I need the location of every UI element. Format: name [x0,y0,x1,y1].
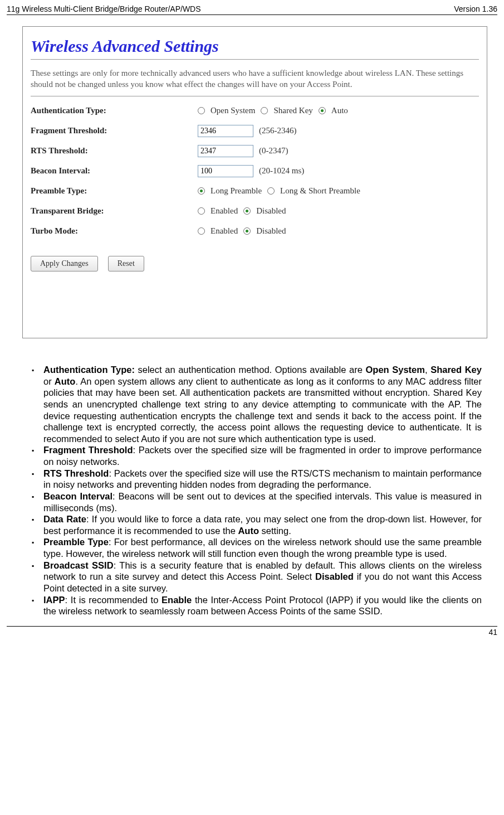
bullet-icon: ▪ [22,444,43,467]
radio-long-preamble[interactable] [198,187,205,195]
row-fragment: Fragment Threshold: (256-2346) [31,122,479,140]
radio-turbo-disabled[interactable] [243,227,251,235]
lead-preamble: Preamble Type [43,537,109,547]
radio-tbridge-enabled[interactable] [198,207,205,215]
input-rts[interactable] [198,145,253,157]
opt-turbo-enabled: Enabled [211,226,238,236]
row-rts: RTS Threshold: (0-2347) [31,142,479,160]
radio-auto[interactable] [319,107,326,114]
bullet-preamble: ▪ Preamble Type: For best performance, a… [22,536,482,559]
row-turbo: Turbo Mode: Enabled Disabled [31,222,479,240]
hint-fragment: (256-2346) [259,126,297,135]
opt-long-preamble: Long Preamble [211,186,262,196]
label-auth-type: Authentication Type: [31,106,198,115]
bullet-icon: ▪ [22,513,43,536]
lead-frag: Fragment Threshold [43,445,133,455]
row-preamble: Preamble Type: Long Preamble Long & Shor… [31,182,479,200]
label-beacon: Beacon Interval: [31,166,198,176]
lead-bcast: Broadcast SSID [43,560,114,570]
lead-rate: Data Rate [43,514,86,524]
radio-tbridge-disabled[interactable] [243,207,251,215]
opt-long-short-preamble: Long & Short Preamble [280,186,360,196]
opt-shared-key: Shared Key [273,106,312,115]
row-transparent-bridge: Transparent Bridge: Enabled Disabled [31,202,479,220]
lead-iapp: IAPP [43,595,65,605]
reset-button[interactable]: Reset [108,256,144,271]
bullet-icon: ▪ [22,594,43,617]
bullet-rts: ▪ RTS Threshold: Packets over the specif… [22,468,482,491]
input-fragment[interactable] [198,125,253,137]
bullet-icon: ▪ [22,364,43,444]
settings-screenshot: Wireless Advanced Settings These setting… [22,26,487,338]
label-tbridge: Transparent Bridge: [31,206,198,216]
radio-shared-key[interactable] [261,107,268,114]
input-beacon[interactable] [198,165,253,177]
opt-turbo-disabled: Disabled [256,226,286,236]
description-list: ▪ Authentication Type: select an authent… [22,364,482,617]
bullet-icon: ▪ [22,560,43,594]
bullet-iapp: ▪ IAPP: It is recommended to Enable the … [22,594,482,617]
hint-beacon: (20-1024 ms) [259,166,304,176]
bullet-auth: ▪ Authentication Type: select an authent… [22,364,482,444]
bullet-icon: ▪ [22,536,43,559]
lead-rts: RTS Threshold [43,468,109,478]
label-turbo: Turbo Mode: [31,226,198,236]
page-header: 11g Wireless Multi-Client Bridge/Bridge … [7,4,497,15]
radio-open-system[interactable] [198,107,205,114]
row-auth-type: Authentication Type: Open System Shared … [31,102,479,120]
opt-tbridge-enabled: Enabled [211,206,238,216]
bullet-beacon: ▪ Beacon Interval: Beacons will be sent … [22,491,482,513]
bullet-bcast: ▪ Broadcast SSID: This is a security fea… [22,560,482,594]
page-number: 41 [7,626,497,637]
screenshot-description: These settings are only for more technic… [31,67,479,96]
radio-turbo-enabled[interactable] [198,227,205,235]
radio-long-short-preamble[interactable] [267,187,275,195]
bullet-frag: ▪ Fragment Threshold: Packets over the s… [22,444,482,467]
label-rts: RTS Threshold: [31,146,198,156]
label-preamble: Preamble Type: [31,186,198,196]
lead-auth: Authentication Type: [43,365,135,375]
row-beacon: Beacon Interval: (20-1024 ms) [31,162,479,180]
opt-open-system: Open System [211,106,255,115]
header-left: 11g Wireless Multi-Client Bridge/Bridge … [7,4,201,13]
opt-tbridge-disabled: Disabled [256,206,286,216]
bullet-icon: ▪ [22,468,43,491]
screenshot-title: Wireless Advanced Settings [31,35,479,60]
page: 11g Wireless Multi-Client Bridge/Bridge … [0,0,504,643]
label-fragment: Fragment Threshold: [31,126,198,135]
bullet-rate: ▪ Data Rate: If you would like to force … [22,513,482,536]
hint-rts: (0-2347) [259,146,288,156]
button-row: Apply Changes Reset [31,256,479,271]
apply-button[interactable]: Apply Changes [31,256,98,271]
bullet-icon: ▪ [22,491,43,513]
lead-beacon: Beacon Interval [43,491,112,501]
header-right: Version 1.36 [454,4,497,13]
opt-auto: Auto [331,106,348,115]
